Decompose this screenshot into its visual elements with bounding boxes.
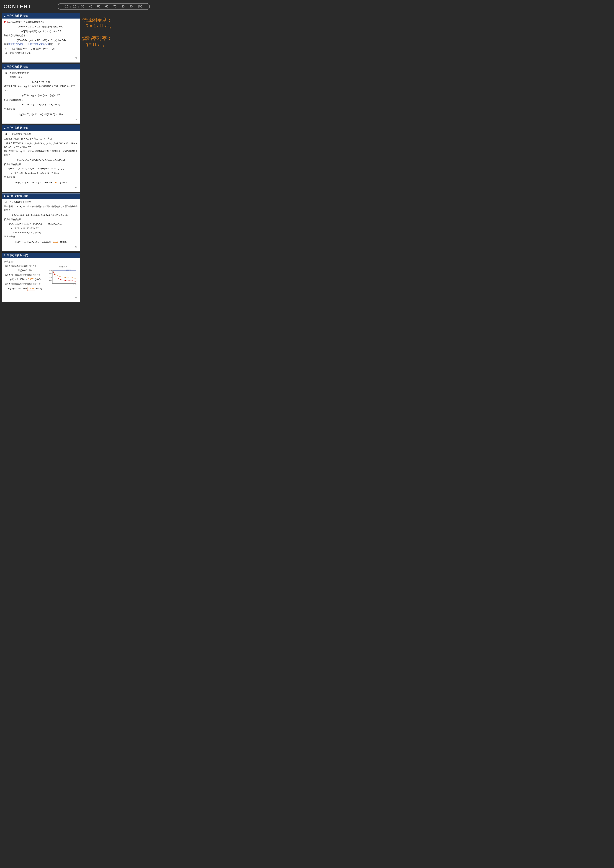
- summary-chart: 无记忆扩展 1.00 0.95 0.90 0.85: [48, 264, 78, 287]
- chart-svg: 1.00 0.95 0.90 0.85 无记忆扩展: [49, 268, 77, 286]
- section-header-3: 2. 马尔可夫信源（续）: [2, 125, 80, 130]
- section-header-5: 2. 马尔可夫信源（续）: [2, 253, 80, 258]
- nav-item-80[interactable]: 80: [121, 5, 125, 8]
- nav-left-arrow[interactable]: ‹: [61, 5, 64, 8]
- page-title: CONTENT: [3, 4, 31, 9]
- section-card-4: 2. 马尔可夫信源（续） （3）二阶马尔可夫信源模型 给出序列 X₁X₂…XN …: [2, 193, 80, 251]
- svg-text:0.95: 0.95: [49, 273, 52, 274]
- nav-item-70[interactable]: 70: [113, 5, 117, 8]
- left-panel: 2. 马尔可夫信源（续） 例：二元二阶马尔可夫信源的条件概率为： p(0|00)…: [2, 13, 80, 302]
- svg-text:0.85: 0.85: [49, 280, 52, 282]
- nav-item-30[interactable]: 30: [81, 5, 85, 8]
- svg-text:一阶记忆扩展: 一阶记忆扩展: [67, 277, 73, 278]
- section-header-4: 2. 马尔可夫信源（续）: [2, 194, 80, 199]
- handwritten-block-2: 烧码率对率： η = H∞/H₀: [82, 35, 150, 48]
- nav-item-100[interactable]: 100: [137, 5, 143, 8]
- section-header-2: 2. 马尔可夫信源（续）: [2, 64, 80, 70]
- section-body-4: （3）二阶马尔可夫信源模型 给出序列 X₁X₂…XN 中，当前输出符号仅与前面2…: [2, 199, 80, 251]
- section-card-1: 2. 马尔可夫信源（续） 例：二元二阶马尔可夫信源的条件概率为： p(0|00)…: [2, 13, 80, 62]
- handwritten-block-1: 信源剩余度： R = 1 - H∞/H₀: [82, 17, 150, 29]
- nav-item-40[interactable]: 40: [89, 5, 93, 8]
- section-card-2: 2. 马尔可夫信源（续） （1）离散无记忆信源模型 一维概率分布： [p(Xn)…: [2, 64, 80, 124]
- nav-item-10[interactable]: 10: [64, 5, 69, 8]
- summary-content: （1）N 次无记忆扩展信源平均符号熵 HN(X) = 1 bit/s （2）N …: [4, 264, 78, 296]
- nav-item-60[interactable]: 60: [105, 5, 109, 8]
- svg-text:0.90: 0.90: [49, 277, 52, 278]
- summary-text: （1）N 次无记忆扩展信源平均符号熵 HN(X) = 1 bit/s （2）N …: [4, 264, 46, 296]
- section-body-3: （2）一阶马尔可夫信源模型 二维概率分布为：[p(XnXn+1)] = [5/1…: [2, 130, 80, 192]
- nav-item-50[interactable]: 50: [96, 5, 101, 8]
- page-header: CONTENT ‹ 10 | 20 | 30 | 40 | 50 | 60 | …: [0, 0, 153, 13]
- section-body-5: 归纳总结： （1）N 次无记忆扩展信源平均符号熵 HN(X) = 1 bit/s…: [2, 258, 80, 302]
- svg-text:1.00: 1.00: [49, 270, 52, 271]
- nav-item-90[interactable]: 90: [129, 5, 133, 8]
- section-header-1: 2. 马尔可夫信源（续）: [2, 13, 80, 19]
- nav-item-20[interactable]: 20: [72, 5, 77, 8]
- right-panel: 信源剩余度： R = 1 - H∞/H₀ 烧码率对率： η = H∞/H₀: [80, 13, 152, 302]
- section-body-2: （1）离散无记忆信源模型 一维概率分布： [p(Xn)] = [0.5 0.5]…: [2, 70, 80, 124]
- svg-text:二阶记忆扩展: 二阶记忆扩展: [67, 280, 73, 281]
- nav-right-arrow[interactable]: ›: [144, 5, 146, 8]
- svg-text:扩展次数: 扩展次数: [73, 284, 77, 285]
- main-layout: 2. 马尔可夫信源（续） 例：二元二阶马尔可夫信源的条件概率为： p(0|00)…: [0, 13, 153, 304]
- section-body-1: 例：二元二阶马尔可夫信源的条件概率为： p(0|00) = p(1|11) = …: [2, 19, 80, 62]
- section-card-3: 2. 马尔可夫信源（续） （2）一阶马尔可夫信源模型 二维概率分布为：[p(Xn…: [2, 125, 80, 192]
- svg-text:无记忆扩展: 无记忆扩展: [65, 270, 71, 271]
- page-navigation[interactable]: ‹ 10 | 20 | 30 | 40 | 50 | 60 | 70 | 80 …: [58, 3, 150, 10]
- section-card-5: 2. 马尔可夫信源（续） 归纳总结： （1）N 次无记忆扩展信源平均符号熵 HN…: [2, 253, 80, 302]
